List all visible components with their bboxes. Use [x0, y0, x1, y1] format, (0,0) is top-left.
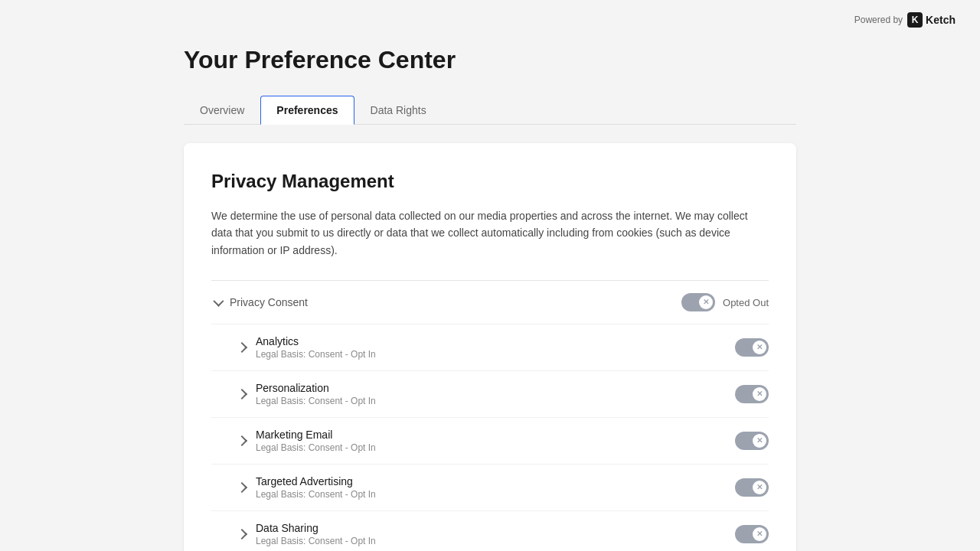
data-sharing-name: Data Sharing	[256, 522, 376, 534]
toggle-track: ✕	[735, 385, 769, 403]
toggle-thumb: ✕	[753, 387, 766, 401]
toggle-track: ✕	[735, 432, 769, 450]
section-description: We determine the use of personal data co…	[211, 207, 769, 259]
marketing-email-basis: Legal Basis: Consent - Opt In	[256, 442, 376, 453]
analytics-basis: Legal Basis: Consent - Opt In	[256, 349, 376, 360]
powered-by: Powered by Ketch	[854, 12, 956, 28]
privacy-consent-toggle[interactable]: ✕	[681, 293, 715, 311]
analytics-name: Analytics	[256, 335, 376, 347]
chevron-down-icon	[211, 296, 224, 308]
chevron-right-icon[interactable]	[236, 341, 248, 354]
chevron-right-icon[interactable]	[236, 388, 248, 400]
ketch-logo-icon	[907, 12, 923, 28]
toggle-track: ✕	[735, 338, 769, 357]
toggle-x-icon: ✕	[756, 344, 763, 351]
chevron-right-icon[interactable]	[236, 528, 248, 540]
chevron-right-icon[interactable]	[236, 435, 248, 447]
consent-group-privacy-consent: Privacy Consent ✕ Opted Out Analytics	[211, 280, 769, 551]
data-sharing-toggle[interactable]: ✕	[735, 525, 769, 543]
toggle-x-icon: ✕	[756, 484, 763, 491]
brand-name: Ketch	[926, 14, 956, 26]
analytics-toggle[interactable]: ✕	[735, 338, 769, 357]
sub-item-data-sharing-left: Data Sharing Legal Basis: Consent - Opt …	[236, 522, 376, 546]
sub-item-analytics: Analytics Legal Basis: Consent - Opt In …	[211, 324, 769, 370]
ketch-logo: Ketch	[907, 12, 956, 28]
sub-item-targeted-advertising: Targeted Advertising Legal Basis: Consen…	[211, 464, 769, 510]
sub-item-data-sharing: Data Sharing Legal Basis: Consent - Opt …	[211, 510, 769, 551]
privacy-consent-label: Privacy Consent	[230, 296, 308, 308]
sub-item-analytics-info: Analytics Legal Basis: Consent - Opt In	[256, 335, 376, 360]
targeted-advertising-toggle[interactable]: ✕	[735, 478, 769, 497]
toggle-x-icon: ✕	[756, 390, 763, 398]
tab-overview[interactable]: Overview	[184, 96, 260, 125]
sub-item-targeted-advertising-info: Targeted Advertising Legal Basis: Consen…	[256, 475, 376, 500]
sub-item-personalization-info: Personalization Legal Basis: Consent - O…	[256, 382, 376, 406]
toggle-x-icon: ✕	[756, 437, 763, 445]
sub-item-marketing-email-info: Marketing Email Legal Basis: Consent - O…	[256, 429, 376, 453]
marketing-email-toggle[interactable]: ✕	[735, 432, 769, 450]
sub-item-marketing-email-left: Marketing Email Legal Basis: Consent - O…	[236, 429, 376, 453]
sub-item-data-sharing-info: Data Sharing Legal Basis: Consent - Opt …	[256, 522, 376, 546]
marketing-email-name: Marketing Email	[256, 429, 376, 441]
toggle-thumb: ✕	[753, 341, 766, 354]
section-title: Privacy Management	[211, 171, 769, 192]
toggle-track: ✕	[681, 293, 715, 311]
sub-item-targeted-advertising-left: Targeted Advertising Legal Basis: Consen…	[236, 475, 376, 500]
chevron-right-icon[interactable]	[236, 481, 248, 494]
personalization-name: Personalization	[256, 382, 376, 394]
consent-group-privacy-consent-header[interactable]: Privacy Consent ✕ Opted Out	[211, 281, 769, 324]
consent-group-privacy-consent-title: Privacy Consent	[211, 296, 308, 308]
toggle-thumb: ✕	[753, 481, 766, 494]
privacy-consent-status: Opted Out	[723, 297, 769, 308]
toggle-track: ✕	[735, 525, 769, 543]
toggle-thumb: ✕	[753, 527, 766, 541]
top-bar: Powered by Ketch	[0, 0, 980, 40]
tabs: Overview Preferences Data Rights	[184, 96, 796, 125]
data-sharing-basis: Legal Basis: Consent - Opt In	[256, 536, 376, 546]
sub-item-analytics-left: Analytics Legal Basis: Consent - Opt In	[236, 335, 376, 360]
toggle-x-icon: ✕	[703, 298, 709, 306]
powered-by-label: Powered by	[854, 15, 903, 25]
sub-item-personalization-left: Personalization Legal Basis: Consent - O…	[236, 382, 376, 406]
targeted-advertising-name: Targeted Advertising	[256, 475, 376, 487]
tab-preferences[interactable]: Preferences	[260, 96, 354, 125]
toggle-thumb: ✕	[753, 434, 766, 448]
targeted-advertising-basis: Legal Basis: Consent - Opt In	[256, 489, 376, 500]
tab-data-rights[interactable]: Data Rights	[354, 96, 443, 125]
toggle-thumb: ✕	[699, 295, 713, 309]
page-title: Your Preference Center	[184, 40, 796, 74]
consent-group-privacy-consent-right: ✕ Opted Out	[681, 293, 769, 311]
toggle-track: ✕	[735, 478, 769, 497]
page-header: Your Preference Center Overview Preferen…	[0, 40, 980, 125]
sub-item-marketing-email: Marketing Email Legal Basis: Consent - O…	[211, 417, 769, 464]
main-content-card: Privacy Management We determine the use …	[184, 143, 796, 551]
personalization-toggle[interactable]: ✕	[735, 385, 769, 403]
personalization-basis: Legal Basis: Consent - Opt In	[256, 396, 376, 406]
toggle-x-icon: ✕	[756, 530, 763, 538]
sub-item-personalization: Personalization Legal Basis: Consent - O…	[211, 370, 769, 417]
